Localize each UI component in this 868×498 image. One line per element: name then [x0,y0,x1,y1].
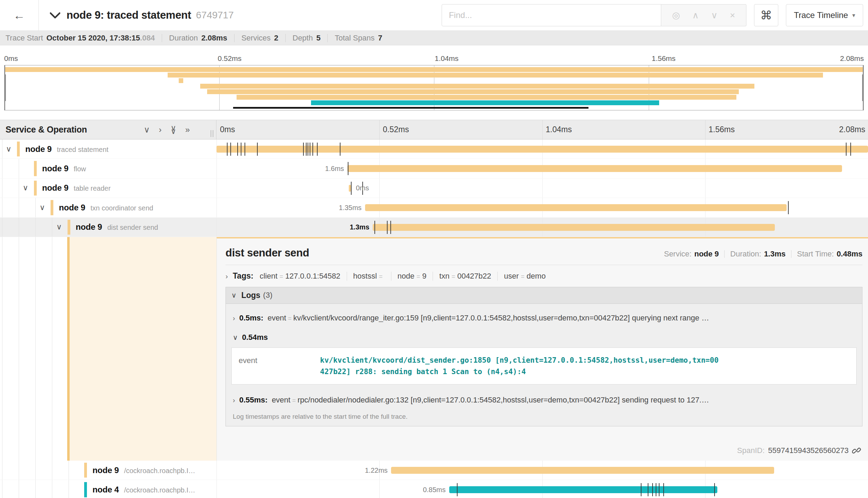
tag-item[interactable]: user=demo [497,272,552,281]
span-duration-bar[interactable] [373,224,775,231]
span-duration-bar[interactable] [349,185,351,192]
chevron-down-icon[interactable]: ∨ [23,183,28,192]
span-name-cell[interactable]: ∨node 9table reader [0,179,216,198]
minimap-scrub-grip-left[interactable] [5,74,6,101]
tag-value: 9 [422,272,426,280]
logs-header[interactable]: ∨ Logs (3) [226,287,862,304]
span-duration-bar[interactable] [347,165,842,172]
tag-key: txn [439,272,449,280]
log-marker-tick [312,143,313,156]
minimap-span-bar [168,73,823,78]
tree-guide [2,480,2,498]
tag-value: 127.0.0.1:54582 [285,272,340,280]
log-marker-tick [663,483,664,496]
tag-item[interactable]: client=127.0.0.1:54582 [260,272,347,281]
span-timeline-cell[interactable]: 1.22ms [216,461,868,480]
equals-sign: = [280,273,283,280]
minimap-scrub-grip-right[interactable] [862,74,863,101]
equals-sign: = [521,273,525,280]
span-row[interactable]: node 9flow1.6ms [0,159,868,178]
span-duration-bar[interactable] [391,467,774,474]
operation-name: table reader [74,184,111,192]
timeline-gridline [216,179,217,198]
log-key: event [267,314,286,322]
log-marker-tick [850,143,851,156]
column-resizer[interactable] [211,130,213,137]
chevron-down-icon[interactable]: ∨ [56,223,62,232]
collapse-trace-chevron-icon[interactable] [49,11,61,19]
find-input[interactable] [442,4,661,26]
tag-item[interactable]: txn=00427b22 [433,272,497,281]
log-marker-tick [374,221,375,234]
span-duration-bar[interactable] [216,146,868,153]
chevron-down-icon[interactable]: ∨ [6,145,11,154]
span-timeline-cell[interactable]: 1.35ms [216,198,868,217]
span-row[interactable]: ∨node 9traced statement [0,139,868,159]
minimap-axis-label: 1.56ms [652,54,676,63]
tag-value: demo [526,272,546,280]
logs-footer-note: Log timestamps are relative to the start… [231,408,857,426]
log-entry-expanded-header[interactable]: ∨0.54ms [231,326,857,346]
logs-body: ›0.5ms:event=kv/kvclient/kvcoord/range_i… [226,304,862,426]
summary-value: 5 [316,34,320,43]
summary-label: Services [241,34,271,43]
log-entry[interactable]: ›0.55ms:event=rpc/nodedialer/nodedialer.… [231,388,857,408]
chevron-down-icon[interactable]: ∨ [39,203,45,212]
service-name: node 9 [59,203,85,212]
span-duration-bar[interactable] [449,486,718,493]
link-icon[interactable] [852,446,861,455]
span-name-cell[interactable]: node 9flow [0,159,216,178]
collapse-one-icon[interactable]: ∨ [144,126,150,134]
minimap-canvas[interactable] [4,65,864,110]
prev-match-icon[interactable]: ∧ [692,11,699,20]
span-duration-bar[interactable] [365,204,787,211]
meta-label: Service: [664,250,691,259]
next-match-icon[interactable]: ∨ [711,11,718,20]
tags-row[interactable]: › Tags: client=127.0.0.1:54582hostssl=no… [225,271,862,281]
span-color-accent [17,142,20,156]
span-timeline-cell[interactable]: 0.85ms [216,480,868,498]
expand-one-icon[interactable]: › [159,126,162,134]
back-button[interactable]: ← [0,0,39,30]
log-marker-tick [340,143,340,156]
log-event-key: event [232,348,320,384]
span-name-cell[interactable]: ∨node 9dist sender send [0,218,216,237]
tag-value: 00427b22 [457,272,491,280]
span-row[interactable]: node 4/cockroach.roachpb.I…0.85ms [0,480,868,498]
span-detail-panel: dist sender send Service:node 9Duration:… [216,237,868,461]
span-timeline-cell[interactable]: 1.3ms [216,218,868,237]
expand-all-icon[interactable]: » [185,126,190,134]
span-timeline-cell[interactable]: 1.6ms [216,159,868,178]
span-row[interactable]: ∨node 9dist sender send1.3ms [0,218,868,237]
span-name-cell[interactable]: node 9/cockroach.roachpb.I… [0,461,216,480]
log-entry[interactable]: ›0.5ms:event=kv/kvclient/kvcoord/range_i… [231,306,857,326]
logs-title: Logs [241,291,260,300]
span-name-cell[interactable]: ∨node 9txn coordinator send [0,198,216,217]
equals-sign: = [417,273,420,280]
span-row[interactable]: ∨node 9txn coordinator send1.35ms [0,198,868,217]
tags-label: Tags: [233,271,254,281]
tree-guide [19,218,19,237]
span-detail-title: dist sender send [225,247,309,259]
span-name-cell[interactable]: ∨node 9traced statement [0,139,216,159]
collapse-all-icon[interactable]: ∨∨ [171,126,176,133]
span-row[interactable]: ∨node 9table reader0ms [0,179,868,198]
log-time: 0.54ms [242,333,268,342]
span-timeline-cell[interactable]: 0ms [216,179,868,198]
chevron-right-icon: › [233,396,235,404]
keyboard-shortcuts-button[interactable]: ⌘ [754,4,778,26]
tree-guide [52,461,52,480]
span-name-cell[interactable]: node 4/cockroach.roachpb.I… [0,480,216,498]
top-header: ← node 9: traced statement 6749717 ◎ ∧ ∨… [0,0,868,31]
minimap-axis: 0ms0.52ms1.04ms1.56ms2.08ms [0,54,868,63]
tag-item[interactable]: hostssl= [347,272,391,281]
trace-view-selector[interactable]: Trace Timeline ▾ [786,4,863,26]
divider [225,265,862,265]
locate-icon[interactable]: ◎ [672,11,680,20]
log-marker-tick [390,221,391,234]
span-row[interactable]: node 9/cockroach.roachpb.I…1.22ms [0,461,868,480]
timeline-gridline [542,179,543,198]
clear-find-icon[interactable]: × [730,11,735,20]
tag-item[interactable]: node=9 [391,272,433,281]
span-timeline-cell[interactable] [216,139,868,159]
